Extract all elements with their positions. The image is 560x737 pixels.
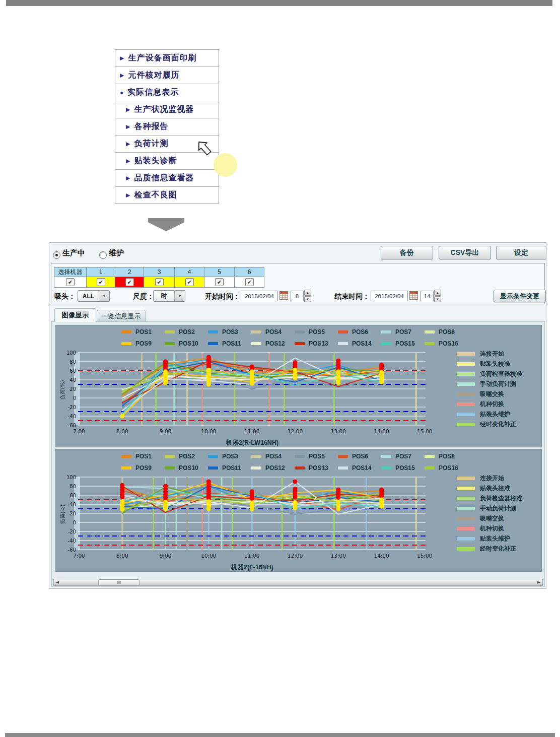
pos-legend-swatch (338, 466, 348, 470)
event-legend-label: 贴装头维护 (480, 410, 510, 419)
csv-export-button[interactable]: CSV导出 (439, 246, 491, 259)
end-hour-input[interactable]: 14 (421, 291, 434, 301)
pos-legend-item: POS8 (425, 328, 468, 336)
pos-legend-swatch (165, 466, 175, 470)
pos-legend-item: POS2 (165, 328, 208, 336)
scroll-right-arrow-icon[interactable]: ▶ (535, 579, 542, 585)
pos-legend-label: POS14 (352, 340, 372, 347)
machine-select-table: 选择机器123456✔✔✔✔✔✔✔ (54, 267, 264, 288)
scale-label: 尺度： (133, 292, 154, 301)
pos-legend-swatch (425, 342, 435, 345)
spinner-down-button[interactable]: ▼ (434, 296, 441, 302)
radio-maintenance[interactable] (99, 251, 107, 259)
calendar-icon[interactable] (409, 291, 418, 300)
dropdown-arrow-icon[interactable]: ▼ (174, 291, 185, 301)
event-legend-item: 连接开始 (457, 349, 522, 359)
pos-legend-item: POS1 (121, 453, 165, 460)
end-date-input[interactable]: 2015/02/04 (371, 291, 408, 301)
event-legend-item: 贴装头校准 (457, 483, 522, 493)
svg-text:15:00: 15:00 (417, 428, 432, 434)
pos-legend-item: POS4 (251, 328, 295, 336)
start-hour-spinner: ▲ ▼ (304, 290, 311, 302)
nozzle-dropdown[interactable]: ALL ▼ (78, 290, 110, 302)
backup-button[interactable]: 备份 (381, 246, 433, 259)
pos-legend-swatch (208, 330, 218, 333)
pos-legend-swatch (338, 455, 348, 458)
pos-legend-row: POS9POS10POS11POS12POS13POS14POS15POS16 (121, 340, 468, 347)
spinner-up-button[interactable]: ▲ (304, 290, 311, 296)
arrow-icon: ▶ (126, 141, 130, 147)
event-legend-label: 吸嘴交换 (480, 514, 504, 523)
pos-legend-swatch (338, 330, 348, 333)
menu-item-3[interactable]: ●实际信息表示 (115, 84, 219, 101)
arrow-icon: ▶ (120, 55, 124, 61)
pos-legend-label: POS13 (309, 464, 328, 472)
scroll-left-arrow-icon[interactable]: ◀ (54, 579, 61, 585)
radio-production-label[interactable]: 生产中 (62, 248, 85, 258)
calendar-icon[interactable] (279, 291, 288, 300)
radio-maintenance-label[interactable]: 维护 (109, 248, 124, 258)
machine-checkbox[interactable]: ✔ (155, 278, 164, 286)
display-condition-change-button[interactable]: 显示条件变更 (494, 290, 546, 302)
pos-legend-item: POS12 (251, 464, 295, 472)
machine-checkbox[interactable]: ✔ (66, 278, 75, 286)
nozzle-label: 吸头： (54, 292, 76, 301)
event-legend-label: 机种切换 (480, 400, 504, 409)
pos-legend-swatch (295, 342, 305, 345)
machine-table-header-row: 选择机器123456 (54, 267, 264, 277)
pos-legend-item: POS7 (381, 453, 425, 460)
radio-production[interactable] (53, 251, 60, 259)
arrow-icon: ▶ (126, 124, 130, 129)
event-legend-item: 负荷检查器校准 (457, 493, 522, 503)
horizontal-scrollbar[interactable]: ◀ ▶ (53, 579, 543, 586)
event-legend-item: 负荷检查器校准 (457, 369, 522, 379)
event-legend-swatch (457, 413, 475, 416)
chart-title: 机器2(R-LW16NH) (56, 439, 449, 447)
tab-list-info-display[interactable]: 一览信息显示 (97, 310, 146, 322)
machine-checkbox[interactable]: ✔ (125, 278, 134, 286)
pos-legend-item: POS9 (121, 340, 165, 347)
menu-item-2[interactable]: ▶元件核对履历 (115, 67, 219, 84)
pos-legend-item: POS11 (208, 340, 251, 347)
event-legend-label: 机种切换 (480, 524, 504, 533)
spinner-up-button[interactable]: ▲ (434, 290, 441, 296)
pos-legend-row: POS1POS2POS3POS4POS5POS6POS7POS8 (121, 453, 468, 460)
machine-cell-2: ✔ (115, 277, 144, 288)
scrollbar-thumb[interactable] (98, 579, 139, 586)
event-legend-label: 负荷检查器校准 (480, 370, 522, 378)
chart-title: 机器2(F-16NH) (56, 563, 449, 572)
pos-legend-swatch (165, 342, 175, 345)
pos-legend-item: POS14 (338, 464, 381, 472)
event-legend-label: 贴装头校准 (480, 484, 510, 493)
machine-checkbox[interactable]: ✔ (215, 278, 224, 286)
mouse-cursor-icon (194, 134, 218, 163)
pos-legend-item: POS16 (425, 464, 468, 472)
menu-item-1[interactable]: ▶生产设备画面印刷 (115, 50, 219, 67)
svg-text:13:00: 13:00 (331, 553, 346, 559)
menu-item-8[interactable]: ▶品质信息查看器 (115, 170, 219, 187)
pos-legend-label: POS11 (222, 464, 241, 472)
event-type-legend: 连接开始贴装头校准负荷检查器校准手动负荷计测吸嘴交换机种切换贴装头维护经时变化补… (457, 349, 522, 429)
settings-button[interactable]: 设定 (496, 246, 546, 259)
menu-item-9[interactable]: ▶检查不良图 (115, 187, 219, 204)
menu-item-5[interactable]: ▶各种报告 (115, 118, 219, 136)
svg-text:7:00: 7:00 (73, 428, 85, 434)
event-legend-swatch (457, 507, 475, 510)
pos-legend-item: POS15 (381, 464, 425, 472)
tab-image-display[interactable]: 图像显示 (54, 308, 96, 322)
dropdown-arrow-icon[interactable]: ▼ (99, 291, 109, 301)
scale-dropdown[interactable]: 时 ▼ (153, 290, 185, 302)
pos-legend-swatch (121, 342, 131, 345)
machine-checkbox[interactable]: ✔ (97, 278, 105, 286)
bullet-icon: ● (120, 90, 123, 96)
event-legend-swatch (457, 477, 475, 480)
machine-checkbox[interactable]: ✔ (245, 278, 254, 286)
svg-text:11:00: 11:00 (244, 553, 259, 559)
svg-text:0: 0 (73, 520, 76, 525)
svg-text:8:00: 8:00 (116, 428, 128, 434)
machine-checkbox[interactable]: ✔ (185, 278, 194, 286)
menu-item-4[interactable]: ▶生产状况监视器 (115, 101, 219, 118)
start-date-input[interactable]: 2015/02/04 (241, 291, 278, 301)
start-hour-input[interactable]: 8 (291, 291, 304, 301)
spinner-down-button[interactable]: ▼ (304, 296, 311, 302)
